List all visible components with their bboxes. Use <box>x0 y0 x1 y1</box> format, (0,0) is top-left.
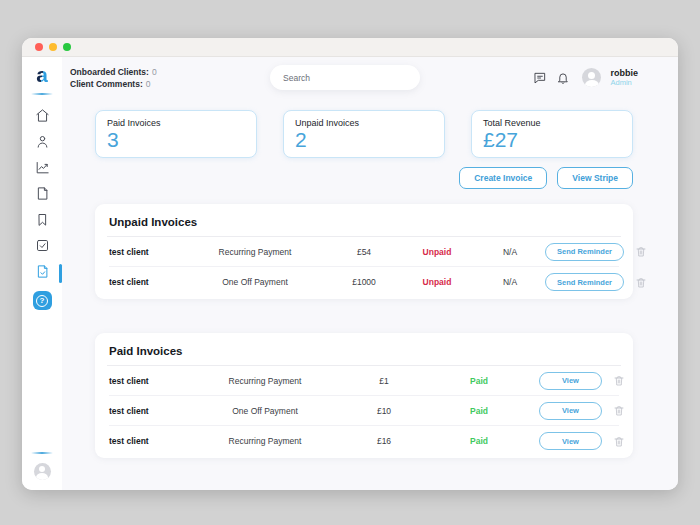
invoice-file-icon <box>35 264 50 283</box>
sidebar-divider-top <box>31 93 53 95</box>
view-stripe-button[interactable]: View Stripe <box>557 167 633 189</box>
chat-icon <box>533 71 547 85</box>
paid-invoices-card: Paid Invoices 3 <box>95 110 257 158</box>
total-revenue-label: Total Revenue <box>483 118 621 128</box>
delete-invoice-button[interactable] <box>613 404 625 417</box>
unpaid-invoices-value: 2 <box>295 128 433 151</box>
send-reminder-button[interactable]: Send Reminder <box>545 273 624 291</box>
person-icon <box>35 134 50 153</box>
trash-icon <box>613 374 625 387</box>
invoice-client: test client <box>109 277 181 287</box>
total-revenue-value: £27 <box>483 128 621 151</box>
sidebar-item-bookmarks[interactable] <box>22 209 62 234</box>
client-comments-count: 0 <box>146 79 151 89</box>
invoice-status: Paid <box>419 436 539 446</box>
user-role: Admin <box>610 78 638 88</box>
stat-cards: Paid Invoices 3 Unpaid Invoices 2 Total … <box>95 110 633 158</box>
active-indicator <box>59 264 62 283</box>
client-stats: Onboarded Clients:0 Client Comments:0 <box>70 66 157 90</box>
invoice-amount: £16 <box>349 436 419 446</box>
trash-icon <box>613 435 625 448</box>
chart-icon <box>35 160 50 179</box>
invoice-amount: £10 <box>349 406 419 416</box>
invoice-type: One Off Payment <box>181 406 349 416</box>
unpaid-invoices-card: Unpaid Invoices 2 <box>283 110 445 158</box>
delete-invoice-button[interactable] <box>613 435 625 448</box>
close-window-button[interactable] <box>35 43 43 51</box>
home-icon <box>35 108 50 127</box>
sidebar-item-help[interactable]: ? <box>33 291 52 310</box>
sidebar-item-clients[interactable] <box>22 131 62 156</box>
unpaid-invoices-section: Unpaid Invoices test client Recurring Pa… <box>95 204 633 299</box>
unpaid-invoice-row: test client One Off Payment £1000 Unpaid… <box>109 267 619 297</box>
invoice-type: One Off Payment <box>181 277 329 287</box>
invoice-client: test client <box>109 436 181 446</box>
client-comments-stat: Client Comments:0 <box>70 78 157 90</box>
paid-section-title: Paid Invoices <box>109 342 619 365</box>
invoice-extra: N/A <box>475 277 545 287</box>
messages-button[interactable] <box>533 71 547 85</box>
main-area: Onboarded Clients:0 Client Comments:0 <box>62 57 678 490</box>
app-logo: a <box>36 65 48 85</box>
invoice-type: Recurring Payment <box>181 376 349 386</box>
delete-invoice-button[interactable] <box>635 245 647 258</box>
unpaid-section-title: Unpaid Invoices <box>109 213 619 236</box>
sidebar-item-tasks[interactable] <box>22 235 62 260</box>
invoice-client: test client <box>109 406 181 416</box>
sidebar-item-invoices[interactable] <box>22 261 62 286</box>
topbar: Onboarded Clients:0 Client Comments:0 <box>70 65 638 90</box>
invoice-type: Recurring Payment <box>181 436 349 446</box>
sidebar-divider-bottom <box>31 452 53 454</box>
paid-invoice-row: test client Recurring Payment £1 Paid Vi… <box>109 366 619 396</box>
sidebar-avatar[interactable] <box>34 463 51 480</box>
user-name: robbie <box>610 68 638 78</box>
view-invoice-button[interactable]: View <box>539 432 602 450</box>
view-invoice-button[interactable]: View <box>539 402 602 420</box>
invoice-status: Unpaid <box>399 247 475 257</box>
sidebar-item-home[interactable] <box>22 105 62 130</box>
trash-icon <box>613 404 625 417</box>
unpaid-invoices-label: Unpaid Invoices <box>295 118 433 128</box>
paid-invoices-section: Paid Invoices test client Recurring Paym… <box>95 333 633 458</box>
total-revenue-card: Total Revenue £27 <box>471 110 633 158</box>
sidebar: a <box>22 57 62 490</box>
zoom-window-button[interactable] <box>63 43 71 51</box>
invoice-extra: N/A <box>475 247 545 257</box>
notifications-button[interactable] <box>556 71 570 85</box>
bell-icon <box>556 71 570 85</box>
trash-icon <box>635 276 647 289</box>
invoice-status: Unpaid <box>399 277 475 287</box>
document-icon <box>35 186 50 205</box>
help-icon: ? <box>36 295 48 307</box>
view-invoice-button[interactable]: View <box>539 372 602 390</box>
unpaid-invoice-row: test client Recurring Payment £54 Unpaid… <box>109 237 619 267</box>
invoice-client: test client <box>109 247 181 257</box>
user-avatar[interactable] <box>582 68 601 87</box>
check-square-icon <box>35 238 50 257</box>
bookmark-icon <box>35 212 50 231</box>
invoice-amount: £1000 <box>329 277 399 287</box>
minimize-window-button[interactable] <box>49 43 57 51</box>
delete-invoice-button[interactable] <box>635 276 647 289</box>
search-input[interactable] <box>270 65 420 90</box>
invoice-client: test client <box>109 376 181 386</box>
invoice-status: Paid <box>419 376 539 386</box>
sidebar-item-analytics[interactable] <box>22 157 62 182</box>
window-titlebar <box>22 38 678 57</box>
invoice-amount: £54 <box>329 247 399 257</box>
invoice-type: Recurring Payment <box>181 247 329 257</box>
onboarded-clients-stat: Onboarded Clients:0 <box>70 66 157 78</box>
sidebar-item-documents[interactable] <box>22 183 62 208</box>
paid-invoice-row: test client Recurring Payment £16 Paid V… <box>109 426 619 456</box>
delete-invoice-button[interactable] <box>613 374 625 387</box>
paid-invoices-label: Paid Invoices <box>107 118 245 128</box>
paid-invoice-row: test client One Off Payment £10 Paid Vie… <box>109 396 619 426</box>
invoice-amount: £1 <box>349 376 419 386</box>
send-reminder-button[interactable]: Send Reminder <box>545 243 624 261</box>
paid-invoices-value: 3 <box>107 128 245 151</box>
create-invoice-button[interactable]: Create Invoice <box>459 167 547 189</box>
user-info: robbie Admin <box>610 68 638 88</box>
action-buttons: Create Invoice View Stripe <box>95 167 633 189</box>
trash-icon <box>635 245 647 258</box>
app-window: a <box>22 38 678 490</box>
